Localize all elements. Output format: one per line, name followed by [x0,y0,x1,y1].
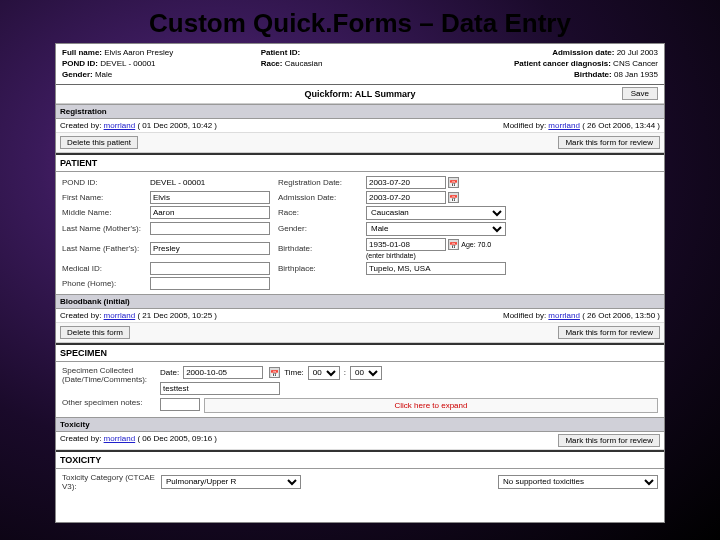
quickform-title-row: Quickform: ALL Summary Save [56,85,664,104]
specimen-collected-label: Specimen Collected (Date/Time/Comments): [62,366,152,384]
patient-header: Full name: Elvis Aaron Presley POND ID: … [56,44,664,85]
diagnosis-label: Patient cancer diagnosis: [514,59,611,68]
patient-form: POND ID: DEVEL - 00001 Registration Date… [56,172,664,294]
reg-date-input[interactable] [366,176,446,189]
gender-value: Male [95,70,112,79]
birthdate-value: 08 Jan 1935 [614,70,658,79]
section-bloodbank: Bloodbank (initial) [56,294,664,309]
pond-id-value: DEVEL - 00001 [100,59,155,68]
phone-input[interactable] [150,277,270,290]
created-by-label: Created by: [60,121,101,130]
modified-at: ( 26 Oct 2006, 13:44 ) [582,121,660,130]
field-medical-id-label: Medical ID: [62,264,142,273]
created-by-user-link[interactable]: morrland [104,311,136,320]
race-select[interactable]: Caucasian [366,206,506,220]
field-pond-id-label: POND ID: [62,178,142,187]
created-at: ( 21 Dec 2005, 10:25 ) [137,311,217,320]
modified-by-label: Modified by: [503,311,546,320]
specimen-time-label: Time: [284,368,304,377]
field-admission-date-label: Admission Date: [278,193,358,202]
created-by-label: Created by: [60,434,101,443]
toxicity-category-select[interactable]: Pulmonary/Upper R [161,475,301,489]
birthdate-label: Birthdate: [574,70,612,79]
birthplace-input[interactable] [366,262,506,275]
modified-by-user-link[interactable]: morrland [548,121,580,130]
patient-id-label: Patient ID: [261,48,301,57]
last-name-f-input[interactable] [150,242,270,255]
calendar-icon[interactable]: 📅 [269,367,280,378]
created-by-user-link[interactable]: morrland [104,434,136,443]
mark-review-button[interactable]: Mark this form for review [558,434,660,447]
specimen-comment-input[interactable] [160,382,280,395]
first-name-input[interactable] [150,191,270,204]
specimen-minute-select[interactable]: 00 [350,366,382,380]
field-first-name-label: First Name: [62,193,142,202]
specimen-other-input[interactable] [160,398,200,411]
gender-select[interactable]: Male [366,222,506,236]
created-at: ( 06 Dec 2005, 09:16 ) [137,434,217,443]
delete-patient-button[interactable]: Delete this patient [60,136,138,149]
full-name-label: Full name: [62,48,102,57]
field-birthplace-label: Birthplace: [278,264,358,273]
created-by-user-link[interactable]: morrland [104,121,136,130]
bloodbank-meta: Created by: morrland ( 21 Dec 2005, 10:2… [56,309,664,323]
registration-meta: Created by: morrland ( 01 Dec 2005, 10:4… [56,119,664,133]
modified-by-user-link[interactable]: morrland [548,311,580,320]
save-button[interactable]: Save [622,87,658,100]
pond-id-label: POND ID: [62,59,98,68]
specimen-form: Specimen Collected (Date/Time/Comments):… [56,362,664,417]
specimen-date-input[interactable] [183,366,263,379]
field-race-label: Race: [278,208,358,217]
full-name-value: Elvis Aaron Presley [104,48,173,57]
block-toxicity: TOXICITY [56,450,664,469]
admission-date-input[interactable] [366,191,446,204]
toxicity-category-label: Toxicity Category (CTCAE V3): [62,473,157,491]
field-pond-id-value: DEVEL - 00001 [150,178,270,187]
mark-review-button[interactable]: Mark this form for review [558,326,660,339]
field-birthdate-label: Birthdate: [278,244,358,253]
admission-date-label: Admission date: [552,48,614,57]
calendar-icon[interactable]: 📅 [448,239,459,250]
bloodbank-actions: Delete this form Mark this form for revi… [56,323,664,343]
calendar-icon[interactable]: 📅 [448,192,459,203]
middle-name-input[interactable] [150,206,270,219]
race-label: Race: [261,59,283,68]
quickform-title: Quickform: ALL Summary [304,89,415,99]
specimen-hour-select[interactable]: 00 [308,366,340,380]
specimen-other-label: Other specimen notes: [62,398,152,407]
last-name-m-input[interactable] [150,222,270,235]
toxicity-supported-select[interactable]: No supported toxicities [498,475,658,489]
admission-date-value: 20 Jul 2003 [617,48,658,57]
toxicity-form: Toxicity Category (CTCAE V3): Pulmonary/… [56,469,664,495]
app-window: Full name: Elvis Aaron Presley POND ID: … [55,43,665,523]
created-at: ( 01 Dec 2005, 10:42 ) [137,121,217,130]
slide-title: Custom Quick.Forms – Data Entry [0,0,720,43]
field-gender-label: Gender: [278,224,358,233]
section-registration: Registration [56,104,664,119]
delete-form-button[interactable]: Delete this form [60,326,130,339]
field-middle-name-label: Middle Name: [62,208,142,217]
field-last-name-m-label: Last Name (Mother's): [62,224,142,233]
specimen-date-label: Date: [160,368,179,377]
created-by-label: Created by: [60,311,101,320]
modified-by-label: Modified by: [503,121,546,130]
birthdate-input[interactable] [366,238,446,251]
registration-actions: Delete this patient Mark this form for r… [56,133,664,153]
field-reg-date-label: Registration Date: [278,178,358,187]
gender-label: Gender: [62,70,93,79]
race-value: Caucasian [285,59,323,68]
mark-review-button[interactable]: Mark this form for review [558,136,660,149]
calendar-icon[interactable]: 📅 [448,177,459,188]
diagnosis-value: CNS Cancer [613,59,658,68]
block-specimen: SPECIMEN [56,343,664,362]
modified-at: ( 26 Oct 2006, 13:50 ) [582,311,660,320]
field-phone-label: Phone (Home): [62,279,142,288]
section-toxicity: Toxicity [56,417,664,432]
expand-link[interactable]: Click here to expand [204,398,658,413]
toxicity-meta: Created by: morrland ( 06 Dec 2005, 09:1… [56,432,664,450]
block-patient: PATIENT [56,153,664,172]
field-last-name-f-label: Last Name (Father's): [62,244,142,253]
medical-id-input[interactable] [150,262,270,275]
